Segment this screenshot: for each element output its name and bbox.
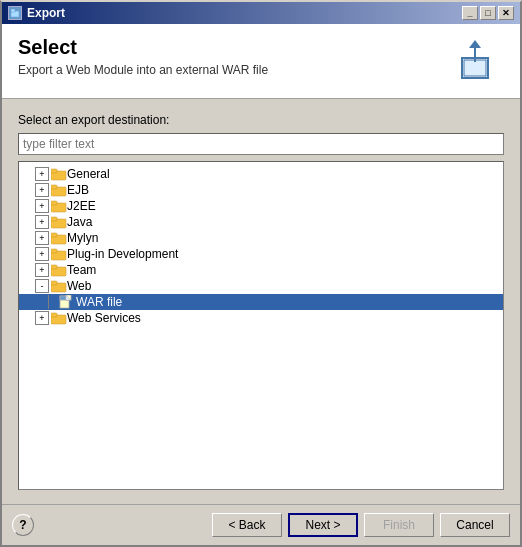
back-button[interactable]: < Back	[212, 513, 282, 537]
svg-rect-14	[51, 233, 57, 237]
bottom-bar: ? < Back Next > Finish Cancel	[2, 504, 520, 545]
tree-item-mylyn[interactable]: + Mylyn	[19, 230, 503, 246]
maximize-button[interactable]: □	[480, 6, 496, 20]
window-title: Export	[27, 6, 65, 20]
close-button[interactable]: ✕	[498, 6, 514, 20]
label-web: Web	[67, 279, 91, 293]
content-area: Select an export destination: + General …	[2, 99, 520, 504]
svg-rect-18	[51, 265, 57, 269]
minimize-button[interactable]: _	[462, 6, 478, 20]
help-button[interactable]: ?	[12, 514, 34, 536]
tree-item-team[interactable]: + Team	[19, 262, 503, 278]
export-dialog: Export _ □ ✕ Select Export a Web Module …	[0, 0, 522, 547]
expand-web[interactable]: -	[35, 279, 49, 293]
tree-item-j2ee[interactable]: + J2EE	[19, 198, 503, 214]
tree-container[interactable]: + General + EJB +	[18, 161, 504, 490]
svg-rect-25	[51, 313, 57, 317]
header-area: Select Export a Web Module into an exter…	[2, 24, 520, 99]
expand-web-services[interactable]: +	[35, 311, 49, 325]
expand-java[interactable]: +	[35, 215, 49, 229]
filter-input[interactable]	[18, 133, 504, 155]
destination-label: Select an export destination:	[18, 113, 504, 127]
label-ejb: EJB	[67, 183, 89, 197]
expand-general[interactable]: +	[35, 167, 49, 181]
folder-icon-plugin-dev	[51, 247, 67, 261]
title-bar: Export _ □ ✕	[2, 2, 520, 24]
svg-marker-4	[469, 40, 481, 48]
page-subtitle: Export a Web Module into an external WAR…	[18, 63, 454, 77]
svg-rect-10	[51, 201, 57, 205]
label-war-file: WAR file	[76, 295, 122, 309]
svg-rect-6	[51, 169, 57, 173]
page-title: Select	[18, 36, 454, 59]
folder-icon-j2ee	[51, 199, 67, 213]
svg-rect-1	[11, 9, 15, 12]
expand-team[interactable]: +	[35, 263, 49, 277]
tree-item-general[interactable]: + General	[19, 166, 503, 182]
folder-icon-java	[51, 215, 67, 229]
expand-plugin-dev[interactable]: +	[35, 247, 49, 261]
export-icon	[454, 36, 504, 86]
folder-icon-team	[51, 263, 67, 277]
tree-item-war-file[interactable]: WAR file	[19, 294, 503, 310]
cancel-button[interactable]: Cancel	[440, 513, 510, 537]
label-j2ee: J2EE	[67, 199, 96, 213]
folder-icon-web-services	[51, 311, 67, 325]
svg-rect-8	[51, 185, 57, 189]
war-file-icon	[59, 295, 73, 309]
tree-item-plugin-dev[interactable]: + Plug-in Development	[19, 246, 503, 262]
folder-icon-general	[51, 167, 67, 181]
tree-item-web[interactable]: - Web	[19, 278, 503, 294]
tree-item-web-services[interactable]: + Web Services	[19, 310, 503, 326]
expand-mylyn[interactable]: +	[35, 231, 49, 245]
svg-rect-16	[51, 249, 57, 253]
svg-rect-3	[464, 60, 486, 76]
label-general: General	[67, 167, 110, 181]
folder-icon-ejb	[51, 183, 67, 197]
folder-icon-web	[51, 279, 67, 293]
expand-j2ee[interactable]: +	[35, 199, 49, 213]
next-button[interactable]: Next >	[288, 513, 358, 537]
label-mylyn: Mylyn	[67, 231, 98, 245]
finish-button[interactable]: Finish	[364, 513, 434, 537]
label-web-services: Web Services	[67, 311, 141, 325]
tree-item-java[interactable]: + Java	[19, 214, 503, 230]
svg-rect-20	[51, 281, 57, 285]
label-plugin-dev: Plug-in Development	[67, 247, 178, 261]
window-icon	[8, 6, 22, 20]
svg-rect-12	[51, 217, 57, 221]
tree-item-ejb[interactable]: + EJB	[19, 182, 503, 198]
folder-icon-mylyn	[51, 231, 67, 245]
label-java: Java	[67, 215, 92, 229]
expand-ejb[interactable]: +	[35, 183, 49, 197]
label-team: Team	[67, 263, 96, 277]
